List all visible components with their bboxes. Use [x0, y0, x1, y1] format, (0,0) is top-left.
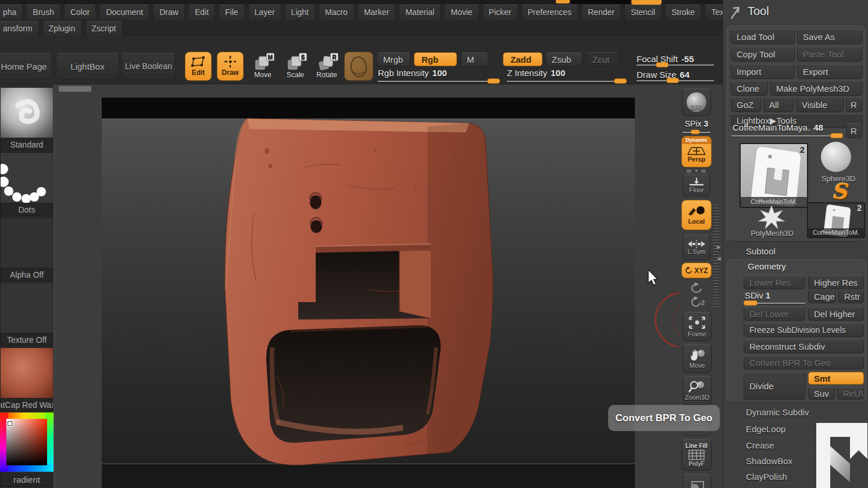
live-boolean-button[interactable]: Live Boolean: [122, 53, 176, 80]
partial-bottom-button[interactable]: [683, 474, 712, 488]
menu-item-picker[interactable]: Picker: [483, 5, 518, 20]
polyframe-button[interactable]: Line Fill PolyF: [681, 439, 712, 471]
tray-handle-tab-small[interactable]: [556, 0, 570, 3]
menu-item-material[interactable]: Material: [399, 5, 441, 20]
del-higher-button[interactable]: Del Higher: [808, 307, 864, 321]
scale-button[interactable]: S Scale: [283, 55, 308, 79]
suv-toggle[interactable]: Suv: [808, 387, 835, 400]
rgb-intensity-track[interactable]: [378, 81, 500, 82]
zsub-button[interactable]: Zsub: [545, 52, 583, 66]
cage-button[interactable]: Cage: [808, 289, 836, 303]
menu-item-edit[interactable]: Edit: [188, 5, 215, 20]
menu-item-document[interactable]: Document: [99, 5, 149, 20]
z-intensity-knob[interactable]: [614, 78, 627, 84]
color-picker[interactable]: [0, 412, 53, 472]
floor-button[interactable]: Floor: [683, 174, 710, 196]
menu-item-light[interactable]: Light: [285, 5, 315, 20]
menu-item-file[interactable]: File: [219, 5, 245, 20]
coffee2-thumbnail[interactable]: 2 CoffeeMainToM.: [807, 202, 865, 238]
menu-item-marker[interactable]: Marker: [358, 5, 396, 20]
goz-visible-button[interactable]: Visible: [796, 97, 844, 112]
clone-button[interactable]: Clone: [731, 81, 768, 96]
convert-bpr-button[interactable]: Convert BPR To Geo: [744, 356, 864, 369]
copy-tool-button[interactable]: Copy Tool: [731, 46, 795, 62]
menu-item-movie[interactable]: Movie: [444, 5, 478, 20]
edit-button[interactable]: Edit: [185, 52, 212, 81]
zoom3d-button[interactable]: Zoom3D: [683, 376, 712, 405]
rgb-intensity-knob[interactable]: [487, 78, 500, 84]
import-button[interactable]: Import: [731, 64, 795, 79]
sdiv-knob[interactable]: [744, 300, 758, 306]
active-tool-r-button[interactable]: R: [846, 123, 862, 138]
menu-item-draw[interactable]: Draw: [153, 5, 185, 20]
save-as-button[interactable]: Save As: [797, 29, 862, 44]
mrgb-button[interactable]: Mrgb: [377, 52, 410, 66]
rotate-y-icon[interactable]: [690, 282, 703, 293]
frame-button[interactable]: Frame: [683, 312, 712, 341]
reuv-toggle[interactable]: ReUV: [837, 387, 864, 400]
move-view-button[interactable]: Move: [683, 344, 712, 373]
tray-handle-tab-large[interactable]: [631, 0, 662, 5]
geometry-section-header[interactable]: Geometry: [748, 261, 786, 271]
material-swatch[interactable]: [344, 52, 373, 81]
draw-size-knob[interactable]: [666, 78, 679, 83]
lightbox-button[interactable]: LightBox: [56, 53, 119, 80]
lower-res-button[interactable]: Lower Res: [744, 275, 805, 289]
texture-thumbnail[interactable]: [0, 282, 53, 333]
lsym-button[interactable]: L.Sym: [683, 235, 710, 260]
del-lower-button[interactable]: Del Lower: [744, 307, 805, 321]
zcut-button[interactable]: Zcut: [586, 52, 619, 66]
section-dynamic-subdiv[interactable]: Dynamic Subdiv: [724, 404, 867, 420]
persp-button[interactable]: Dynamic Persp: [681, 136, 712, 167]
rotate-button[interactable]: R Rotate: [314, 55, 340, 79]
freeze-subdivision-button[interactable]: Freeze SubDivision Levels: [744, 323, 864, 337]
menu-item-zscript[interactable]: Zscript: [85, 21, 123, 37]
menu-item-alpha[interactable]: pha: [0, 5, 23, 20]
menu-item-stencil[interactable]: Stencil: [624, 5, 662, 20]
alpha-thumbnail[interactable]: [0, 217, 53, 268]
z-intensity-track[interactable]: [507, 81, 627, 82]
paste-tool-button[interactable]: Paste Tool: [797, 46, 862, 62]
reconstruct-subdiv-button[interactable]: Reconstruct Subdiv: [744, 339, 864, 353]
material-thumbnail[interactable]: [0, 347, 53, 399]
goz-button[interactable]: GoZ: [731, 97, 761, 112]
active-tool-track[interactable]: [731, 135, 843, 137]
bpr-button[interactable]: BPR: [682, 88, 711, 116]
m-button[interactable]: M: [460, 52, 488, 66]
menu-item-brush[interactable]: Brush: [26, 5, 60, 20]
sphere3d-thumbnail[interactable]: [821, 142, 851, 172]
menu-item-transform[interactable]: ansform: [0, 21, 39, 37]
canvas-3d-model[interactable]: [102, 98, 635, 481]
simplebrush-thumbnail[interactable]: S: [828, 180, 851, 202]
stroke-thumbnail[interactable]: [0, 152, 53, 203]
smt-toggle[interactable]: Smt: [808, 372, 864, 385]
focal-shift-track[interactable]: [637, 64, 714, 66]
make-polymesh3d-button[interactable]: Make PolyMesh3D: [770, 81, 862, 96]
brush-thumbnail[interactable]: [0, 87, 53, 138]
menu-item-macro[interactable]: Macro: [319, 5, 354, 20]
menu-item-preferences[interactable]: Preferences: [521, 5, 578, 20]
rotate-2-icon[interactable]: 2: [690, 296, 706, 307]
goz-r-button[interactable]: R: [846, 97, 862, 112]
active-tool-knob[interactable]: [830, 133, 843, 138]
menu-item-render[interactable]: Render: [581, 5, 621, 20]
spix-knob[interactable]: [691, 130, 700, 134]
export-button[interactable]: Export: [797, 64, 862, 79]
focal-shift-knob[interactable]: [656, 62, 669, 67]
move-button[interactable]: M Move: [250, 55, 276, 79]
tray-divider-handle[interactable]: [58, 85, 92, 92]
zadd-button[interactable]: Zadd: [503, 52, 542, 66]
color-selector[interactable]: [8, 421, 12, 426]
rgb-button[interactable]: Rgb: [414, 52, 457, 66]
menu-item-color[interactable]: Color: [64, 5, 96, 20]
draw-button[interactable]: Draw: [217, 52, 244, 81]
divide-button[interactable]: Divide: [744, 372, 805, 400]
panel-collapse-arrow[interactable]: ◀: [717, 256, 721, 261]
higher-res-button[interactable]: Higher Res: [808, 275, 864, 289]
pick-icon[interactable]: [729, 5, 743, 20]
xyz-button[interactable]: XYZ: [681, 263, 712, 278]
menu-item-stroke[interactable]: Stroke: [665, 5, 701, 20]
panel-expand-arrow[interactable]: ▶: [717, 244, 721, 250]
polymesh3d-thumbnail[interactable]: [758, 206, 785, 229]
subtool-section-header[interactable]: Subtool: [724, 244, 867, 258]
